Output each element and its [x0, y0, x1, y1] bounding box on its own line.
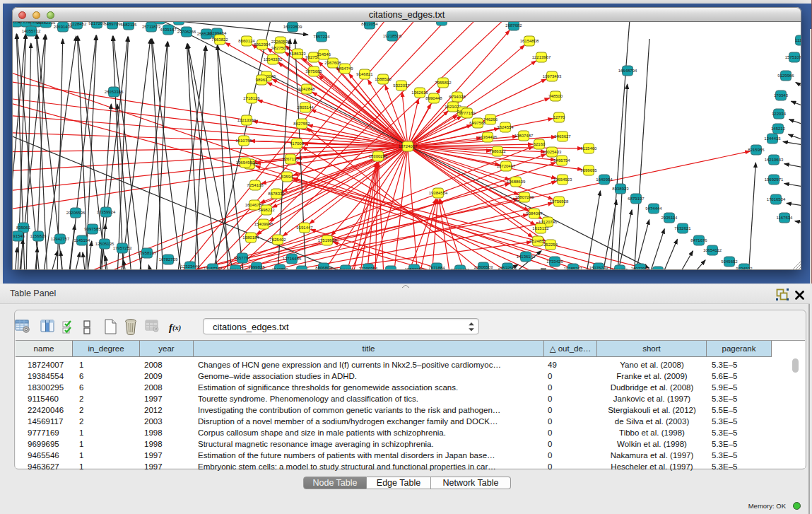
svg-text:17016504: 17016504: [767, 197, 786, 201]
svg-text:7632621: 7632621: [674, 226, 691, 230]
svg-text:7955812: 7955812: [435, 81, 452, 85]
svg-text:12213967: 12213967: [532, 55, 551, 59]
svg-text:8215955: 8215955: [748, 148, 765, 152]
svg-text:5495754: 5495754: [553, 158, 570, 163]
svg-text:8336273: 8336273: [293, 269, 310, 270]
svg-text:1640954: 1640954: [596, 177, 613, 182]
svg-text:21364436: 21364436: [478, 135, 498, 139]
svg-text:7857224: 7857224: [313, 35, 330, 39]
svg-text:5498222: 5498222: [258, 208, 275, 212]
svg-text:9474444: 9474444: [645, 206, 662, 211]
svg-text:16154808: 16154808: [520, 39, 539, 43]
svg-text:7625402: 7625402: [269, 238, 286, 242]
svg-text:417006: 417006: [290, 141, 305, 146]
svg-text:1362615: 1362615: [411, 90, 428, 95]
svg-text:9217207: 9217207: [88, 22, 105, 25]
svg-text:10973493: 10973493: [543, 74, 562, 78]
svg-text:15157347: 15157347: [204, 267, 223, 270]
svg-text:8990448: 8990448: [425, 96, 442, 100]
svg-text:252254: 252254: [543, 243, 558, 247]
svg-text:7986322: 7986322: [489, 149, 506, 153]
svg-text:9699695: 9699695: [580, 168, 597, 173]
svg-text:9191447: 9191447: [296, 226, 313, 230]
svg-text:25025631: 25025631: [451, 268, 470, 270]
svg-text:8186323: 8186323: [289, 52, 306, 56]
svg-text:8678332: 8678332: [268, 192, 285, 196]
svg-text:19654923: 19654923: [553, 177, 572, 182]
svg-text:16033809: 16033809: [283, 25, 302, 29]
svg-text:9242848: 9242848: [298, 87, 315, 91]
svg-text:19832259: 19832259: [405, 267, 424, 270]
svg-text:19218506: 19218506: [383, 34, 402, 38]
svg-text:5322037: 5322037: [393, 83, 410, 88]
svg-text:1733426: 1733426: [546, 259, 563, 264]
svg-text:24532561: 24532561: [498, 266, 517, 270]
svg-text:9657791: 9657791: [234, 256, 251, 260]
svg-text:7254108: 7254108: [247, 183, 264, 187]
svg-text:16648794: 16648794: [618, 69, 637, 73]
svg-text:3267130: 3267130: [282, 157, 299, 161]
svg-text:10654112: 10654112: [703, 248, 722, 252]
svg-text:15409948: 15409948: [254, 222, 273, 226]
svg-text:1145194: 1145194: [74, 238, 91, 243]
svg-text:10543382: 10543382: [264, 57, 283, 62]
svg-text:19654953: 19654953: [236, 160, 255, 165]
svg-text:53594: 53594: [281, 175, 293, 179]
svg-text:813054: 813054: [435, 22, 449, 23]
svg-text:8454749: 8454749: [336, 66, 353, 71]
svg-text:28053346: 28053346: [105, 90, 124, 94]
svg-text:8660124: 8660124: [238, 39, 255, 43]
svg-text:9827503: 9827503: [271, 46, 288, 50]
svg-text:9234502: 9234502: [736, 267, 753, 270]
svg-text:9084067: 9084067: [526, 211, 543, 216]
svg-text:1588520: 1588520: [375, 77, 392, 81]
svg-text:835061: 835061: [16, 226, 31, 230]
svg-text:1244415: 1244415: [764, 136, 781, 141]
svg-text:9463627: 9463627: [554, 134, 571, 139]
svg-text:2687682: 2687682: [505, 23, 522, 28]
svg-text:7663822: 7663822: [211, 37, 228, 42]
svg-text:9777169: 9777169: [459, 111, 476, 115]
svg-text:19384554: 19384554: [429, 191, 448, 195]
svg-text:6879197: 6879197: [628, 197, 645, 201]
svg-text:12323446: 12323446: [181, 264, 200, 269]
svg-text:145212: 145212: [771, 127, 786, 131]
svg-text:12942757: 12942757: [51, 237, 70, 241]
svg-text:2803144: 2803144: [297, 105, 314, 110]
svg-text:20206536: 20206536: [66, 211, 86, 215]
svg-text:16782759: 16782759: [159, 257, 178, 262]
svg-text:(x): (x): [172, 324, 181, 332]
svg-text:8813054: 8813054: [361, 22, 378, 26]
svg-text:154546: 154546: [317, 52, 331, 57]
svg-text:17359924: 17359924: [97, 210, 116, 214]
svg-text:11124: 11124: [795, 38, 801, 42]
svg-text:13716485: 13716485: [283, 257, 302, 261]
svg-text:17956909: 17956909: [336, 268, 355, 270]
svg-text:6794028: 6794028: [449, 95, 466, 99]
svg-text:1580184: 1580184: [242, 235, 259, 240]
svg-text:18807249: 18807249: [515, 195, 534, 199]
svg-text:1890399: 1890399: [382, 269, 399, 270]
svg-text:9097585: 9097585: [84, 227, 101, 231]
svg-text:15076749: 15076749: [589, 266, 608, 270]
svg-text:1999828: 1999828: [248, 265, 265, 269]
svg-text:10807487: 10807487: [514, 134, 534, 138]
svg-text:20691406: 20691406: [54, 25, 73, 29]
svg-text:5682115: 5682115: [121, 23, 138, 27]
svg-text:18300295: 18300295: [369, 154, 388, 158]
svg-text:2066449: 2066449: [227, 268, 244, 270]
svg-text:14136141: 14136141: [517, 255, 536, 259]
svg-text:7671884: 7671884: [428, 266, 445, 270]
svg-text:8396759: 8396759: [611, 268, 628, 270]
svg-text:1156829: 1156829: [30, 234, 47, 238]
svg-text:8938923: 8938923: [612, 187, 629, 191]
svg-text:10958107: 10958107: [138, 251, 157, 255]
svg-text:1615132: 1615132: [532, 226, 549, 230]
svg-text:2935114: 2935114: [661, 216, 678, 220]
svg-text:23706266: 23706266: [177, 30, 196, 34]
svg-text:25711873: 25711873: [142, 25, 161, 29]
svg-text:8471676: 8471676: [690, 238, 707, 243]
svg-text:2367608: 2367608: [324, 61, 341, 65]
svg-text:22806503: 22806503: [474, 265, 493, 269]
svg-text:746266: 746266: [483, 117, 498, 122]
